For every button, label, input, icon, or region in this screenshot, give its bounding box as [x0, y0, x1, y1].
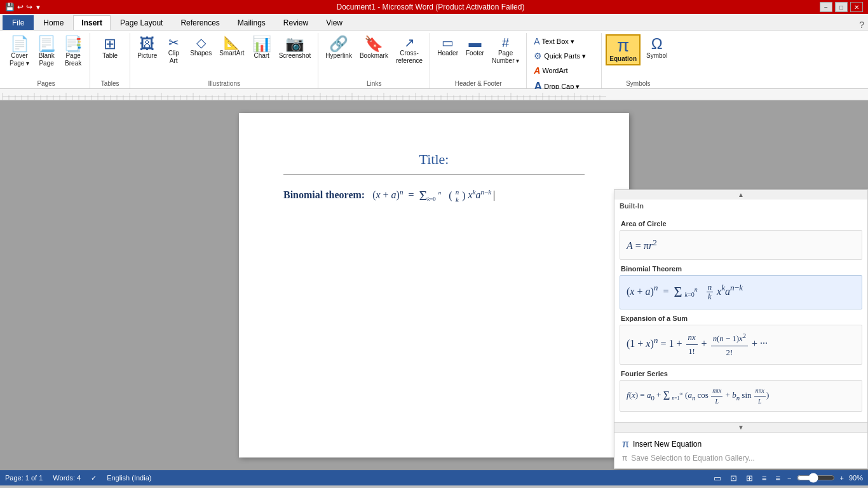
- insert-new-equation-btn[interactable]: π Insert New Equation: [620, 437, 862, 452]
- ribbon-group-tables: ⊞ Table Tables: [90, 33, 130, 88]
- panel-scroll-up[interactable]: ▲: [614, 189, 867, 200]
- doc-equation[interactable]: Binomial theorem: (x + a)n = Σ k=0 n ( n…: [283, 187, 585, 204]
- smartart-button[interactable]: 📐 SmartArt: [216, 34, 247, 59]
- maximize-btn[interactable]: □: [835, 2, 848, 12]
- save-eq-icon: π: [622, 454, 627, 463]
- chart-icon: 📊: [252, 36, 271, 51]
- ribbon-group-illustrations: 🖼 Picture ✂ ClipArt ◇ Shapes 📐 SmartArt …: [130, 33, 318, 88]
- clip-art-button[interactable]: ✂ ClipArt: [161, 34, 186, 67]
- blank-page-button[interactable]: 📃 BlankPage: [34, 34, 59, 69]
- wordart-button[interactable]: A WordArt: [531, 64, 597, 78]
- quick-access-save[interactable]: 💾: [5, 3, 15, 11]
- picture-icon: 🖼: [140, 36, 155, 51]
- ribbon-group-header-footer: ▭ Header ▬ Footer # PageNumber ▾ Header …: [430, 33, 527, 88]
- cover-page-icon: 📄: [10, 36, 29, 51]
- shapes-button[interactable]: ◇ Shapes: [187, 34, 215, 59]
- bookmark-button[interactable]: 🔖 Bookmark: [356, 34, 391, 62]
- header-icon: ▭: [442, 36, 454, 49]
- ribbon-help-icon[interactable]: ?: [855, 20, 868, 30]
- table-button[interactable]: ⊞ Table: [94, 34, 126, 62]
- builtin-label: Built-In: [614, 200, 867, 210]
- clip-art-icon: ✂: [168, 36, 179, 49]
- footer-icon: ▬: [468, 36, 481, 49]
- quick-access-more[interactable]: ▼: [35, 4, 41, 11]
- page-number-button[interactable]: # PageNumber ▾: [489, 34, 522, 67]
- screenshot-icon: 📷: [285, 36, 304, 51]
- quick-access-redo[interactable]: ↪: [26, 3, 32, 11]
- blank-page-icon: 📃: [37, 36, 56, 51]
- zoom-in-btn[interactable]: +: [840, 474, 844, 482]
- bookmark-icon: 🔖: [364, 36, 383, 51]
- svg-rect-0: [3, 89, 606, 100]
- ribbon-group-symbols: π Equation Ω Symbol Symbols: [602, 33, 674, 88]
- insert-eq-icon: π: [622, 438, 629, 450]
- chart-button[interactable]: 📊 Chart: [249, 34, 275, 62]
- tab-file[interactable]: File: [3, 15, 34, 30]
- print-layout-btn[interactable]: ▭: [712, 473, 723, 484]
- hyperlink-icon: 🔗: [329, 36, 348, 51]
- tab-page-layout[interactable]: Page Layout: [112, 15, 171, 30]
- words-info: Words: 4: [53, 474, 81, 482]
- window-title: Document1 - Microsoft Word (Product Acti…: [337, 3, 525, 11]
- page-break-button[interactable]: 📑 PageBreak: [60, 34, 86, 69]
- equation-panel: ▲ Built-In Area of Circle A = πr2 Binomi…: [614, 189, 868, 469]
- ribbon-group-pages: 📄 CoverPage ▾ 📃 BlankPage 📑 PageBreak Pa…: [3, 33, 90, 88]
- tab-insert[interactable]: Insert: [73, 15, 111, 30]
- ribbon-group-links: 🔗 Hyperlink 🔖 Bookmark ↗ Cross-reference…: [318, 33, 430, 88]
- quick-access-undo[interactable]: ↩: [17, 3, 24, 11]
- draft-btn[interactable]: ≡: [774, 473, 783, 484]
- equation-button[interactable]: π Equation: [606, 34, 641, 65]
- screenshot-button[interactable]: 📷 Screenshot: [276, 34, 315, 62]
- zoom-slider[interactable]: [797, 473, 835, 483]
- minimize-btn[interactable]: −: [820, 2, 832, 12]
- quick-parts-button[interactable]: ⚙ Quick Parts ▾: [531, 49, 597, 63]
- eq-card-fourier[interactable]: f(x) = a0 + Σ n=1∞ (an cos nπx L + bn si…: [620, 380, 862, 412]
- full-screen-btn[interactable]: ⊡: [728, 473, 739, 484]
- outline-btn[interactable]: ≡: [760, 473, 769, 484]
- tab-references[interactable]: References: [172, 15, 227, 30]
- eq-section-expansion-title: Expansion of a Sum: [620, 315, 862, 322]
- eq-section-fourier-title: Fourier Series: [620, 370, 862, 377]
- text-box-button[interactable]: A Text Box ▾: [531, 34, 597, 48]
- ruler: // Generated via JS below: [0, 89, 868, 100]
- text-cursor: [494, 191, 494, 201]
- page-break-icon: 📑: [64, 36, 83, 51]
- panel-scroll-down[interactable]: ▼: [614, 422, 867, 432]
- document-page[interactable]: Title: Binomial theorem: (x + a)n = Σ k=…: [239, 113, 629, 458]
- status-bar: Page: 1 of 1 Words: 4 ✓ English (India) …: [0, 470, 868, 485]
- language-info: English (India): [107, 474, 151, 482]
- smartart-icon: 📐: [224, 36, 240, 49]
- tab-view[interactable]: View: [318, 15, 351, 30]
- tab-review[interactable]: Review: [275, 15, 316, 30]
- cover-page-button[interactable]: 📄 CoverPage ▾: [6, 34, 32, 69]
- ribbon-tabs: File Home Insert Page Layout References …: [0, 14, 868, 30]
- tab-home[interactable]: Home: [35, 15, 72, 30]
- spell-check-icon[interactable]: ✓: [91, 474, 97, 482]
- page-number-icon: #: [502, 36, 509, 49]
- equation-panel-inner: Area of Circle A = πr2 Binomial Theorem …: [614, 210, 867, 422]
- text-box-icon: A: [534, 36, 539, 46]
- picture-button[interactable]: 🖼 Picture: [134, 34, 160, 62]
- header-button[interactable]: ▭ Header: [434, 34, 461, 59]
- footer-button[interactable]: ▬ Footer: [463, 34, 487, 59]
- eq-panel-footer: π Insert New Equation π Save Selection t…: [614, 432, 867, 468]
- symbol-button[interactable]: Ω Symbol: [643, 34, 670, 65]
- hyperlink-button[interactable]: 🔗 Hyperlink: [322, 34, 355, 62]
- tab-mailings[interactable]: Mailings: [229, 15, 274, 30]
- ribbon: 📄 CoverPage ▾ 📃 BlankPage 📑 PageBreak Pa…: [0, 30, 868, 89]
- doc-area: Title: Binomial theorem: (x + a)n = Σ k=…: [0, 100, 868, 470]
- save-eq-gallery-btn[interactable]: π Save Selection to Equation Gallery...: [620, 452, 862, 464]
- ribbon-group-text: A Text Box ▾ ⚙ Quick Parts ▾ A WordArt A…: [527, 33, 602, 88]
- web-layout-btn[interactable]: ⊞: [744, 473, 755, 484]
- close-btn[interactable]: ✕: [850, 2, 863, 12]
- eq-section-area-circle-title: Area of Circle: [620, 220, 862, 227]
- zoom-out-btn[interactable]: −: [787, 474, 791, 482]
- symbol-icon: Ω: [651, 36, 663, 51]
- wordart-icon: A: [534, 65, 540, 76]
- eq-section-binomial-title: Binomial Theorem: [620, 265, 862, 273]
- eq-card-area-circle[interactable]: A = πr2: [620, 230, 862, 260]
- eq-card-expansion[interactable]: (1 + x)n = 1 + nx 1! + n(n − 1)x2 2! + ·…: [620, 325, 862, 365]
- cross-reference-icon: ↗: [404, 36, 415, 49]
- cross-reference-button[interactable]: ↗ Cross-reference: [393, 34, 426, 67]
- eq-card-binomial[interactable]: (x + a)n = Σ k=0n n k xkan−k: [620, 275, 862, 309]
